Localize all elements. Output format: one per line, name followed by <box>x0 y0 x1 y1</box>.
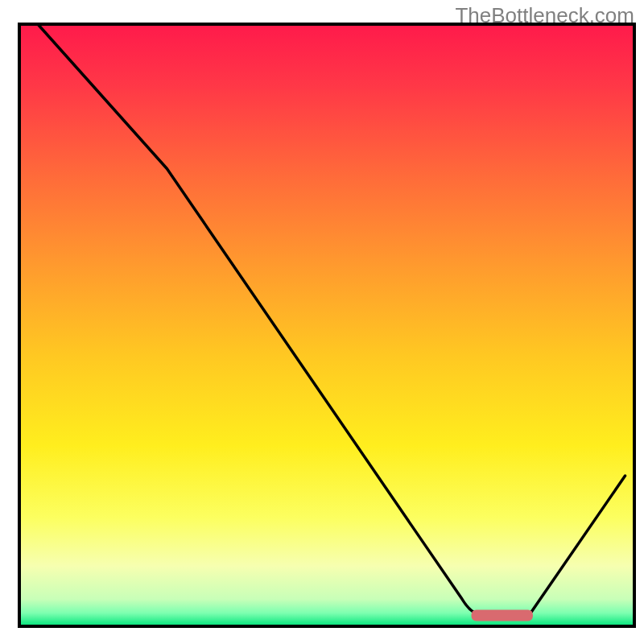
bottleneck-chart <box>0 0 644 644</box>
optimal-range-marker <box>472 610 533 621</box>
plot-area <box>19 24 634 626</box>
watermark-text: TheBottleneck.com <box>455 3 634 28</box>
heatmap-background <box>19 24 634 626</box>
